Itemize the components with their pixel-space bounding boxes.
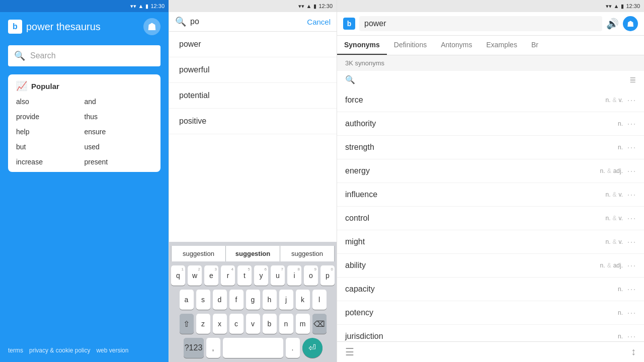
result-item-strength[interactable]: strength n. ⋯ [337, 136, 644, 159]
key-row-2: a s d f g h j k l [171, 290, 335, 310]
tab-br[interactable]: Br [524, 36, 545, 55]
result-item-ability[interactable]: ability n. & adj. ⋯ [337, 254, 644, 278]
user-avatar-results[interactable]: ☗ [623, 16, 638, 31]
terms-link[interactable]: terms [8, 347, 23, 354]
key-w[interactable]: 2w [188, 265, 202, 286]
key-num-toggle[interactable]: ?123 [184, 338, 204, 358]
key-comma[interactable]: , [206, 338, 220, 358]
popular-word-help[interactable]: help [16, 128, 85, 136]
key-shift[interactable]: ⇧ [180, 314, 194, 334]
key-x[interactable]: x [213, 314, 227, 334]
web-version-link[interactable]: web version [96, 347, 128, 354]
result-tags-capacity: n. [618, 286, 623, 293]
key-q[interactable]: 1q [171, 265, 185, 286]
result-more-capacity[interactable]: ⋯ [627, 284, 636, 295]
tab-examples[interactable]: Examples [479, 36, 524, 55]
popular-word-used[interactable]: used [85, 143, 153, 151]
tab-synonyms[interactable]: Synonyms [337, 36, 387, 55]
keyboard-suggestion-3[interactable]: suggestion [280, 246, 335, 261]
key-v[interactable]: v [246, 314, 260, 334]
status-bar-results: ▾▾ ▲ ▮ 12:30 [337, 0, 644, 12]
results-search-input[interactable] [359, 16, 602, 31]
key-n[interactable]: n [279, 314, 293, 334]
result-more-strength[interactable]: ⋯ [627, 142, 636, 153]
result-more-energy[interactable]: ⋯ [627, 165, 636, 176]
filter-search-icon[interactable]: 🔍 [345, 75, 355, 84]
result-more-influence[interactable]: ⋯ [627, 189, 636, 200]
user-avatar-button[interactable]: ☗ [143, 18, 160, 35]
key-j[interactable]: j [279, 290, 293, 310]
result-item-energy[interactable]: energy n. & adj. ⋯ [337, 159, 644, 183]
result-more-control[interactable]: ⋯ [627, 213, 636, 224]
key-k[interactable]: k [296, 290, 310, 310]
search-bar-home[interactable]: 🔍 Search [8, 45, 160, 66]
account-icon: ☗ [147, 21, 156, 33]
popular-word-also[interactable]: also [16, 98, 85, 106]
sort-icon[interactable]: ↕ [631, 346, 636, 358]
cancel-button[interactable]: Cancel [307, 18, 331, 26]
key-space[interactable] [223, 338, 283, 358]
result-more-ability[interactable]: ⋯ [627, 260, 636, 271]
search-icon-active: 🔍 [175, 16, 186, 27]
key-backspace[interactable]: ⌫ [312, 314, 327, 334]
result-item-influence[interactable]: influence n. & v. ⋯ [337, 183, 644, 207]
popular-word-and[interactable]: and [85, 98, 153, 106]
key-e[interactable]: 3e [204, 265, 218, 286]
result-item-force[interactable]: force n. & v. ⋯ [337, 88, 644, 112]
result-item-potency[interactable]: potency n. ⋯ [337, 301, 644, 325]
key-f[interactable]: f [229, 290, 244, 310]
suggestion-item-power[interactable]: power [169, 32, 337, 57]
popular-grid: also and provide thus help ensure but us… [16, 98, 152, 166]
key-d[interactable]: d [213, 290, 227, 310]
result-item-jurisdiction[interactable]: jurisdiction n. ⋯ [337, 325, 644, 341]
suggestion-item-potential[interactable]: potential [169, 83, 337, 109]
tab-antonyms[interactable]: Antonyms [434, 36, 479, 55]
suggestion-item-positive[interactable]: positive [169, 109, 337, 134]
result-more-jurisdiction[interactable]: ⋯ [627, 331, 636, 341]
popular-word-present[interactable]: present [85, 158, 153, 166]
popular-word-ensure[interactable]: ensure [85, 128, 153, 136]
key-period[interactable]: . [286, 338, 300, 358]
result-more-force[interactable]: ⋯ [627, 95, 636, 106]
result-item-capacity[interactable]: capacity n. ⋯ [337, 278, 644, 301]
key-i[interactable]: 8i [287, 265, 301, 286]
filter-bottom-icon[interactable]: ☰ [345, 346, 354, 358]
speaker-button[interactable]: 🔊 [606, 18, 619, 30]
key-s[interactable]: s [196, 290, 210, 310]
key-c[interactable]: c [229, 314, 244, 334]
popular-word-thus[interactable]: thus [85, 113, 153, 121]
result-more-might[interactable]: ⋯ [627, 236, 636, 247]
result-item-authority[interactable]: authority n. ⋯ [337, 112, 644, 136]
key-h[interactable]: h [263, 290, 277, 310]
result-item-might[interactable]: might n. & v. ⋯ [337, 230, 644, 254]
key-z[interactable]: z [196, 314, 210, 334]
battery-icon: ▮ [145, 3, 148, 10]
result-tags-ability: n. & adj. [600, 262, 623, 269]
privacy-link[interactable]: privacy & cookie policy [29, 347, 90, 354]
result-more-authority[interactable]: ⋯ [627, 118, 636, 129]
tab-definitions[interactable]: Definitions [387, 36, 434, 55]
key-g[interactable]: g [246, 290, 260, 310]
filter-icon[interactable]: ≣ [629, 75, 636, 84]
key-a[interactable]: a [180, 290, 194, 310]
result-item-control[interactable]: control n. & v. ⋯ [337, 207, 644, 230]
suggestion-item-powerful[interactable]: powerful [169, 57, 337, 83]
keyboard-suggestion-2[interactable]: suggestion [226, 246, 280, 261]
popular-word-provide[interactable]: provide [16, 113, 85, 121]
key-u[interactable]: 7u [271, 265, 285, 286]
popular-word-but[interactable]: but [16, 143, 85, 151]
key-o[interactable]: 9o [304, 265, 318, 286]
key-l[interactable]: l [312, 290, 327, 310]
speaker-icon: 🔊 [606, 18, 619, 29]
key-t[interactable]: 5t [237, 265, 252, 286]
key-b[interactable]: b [263, 314, 277, 334]
key-y[interactable]: 6y [254, 265, 268, 286]
search-input[interactable] [190, 17, 303, 26]
popular-word-increase[interactable]: increase [16, 158, 85, 166]
result-more-potency[interactable]: ⋯ [627, 307, 636, 318]
keyboard-suggestion-1[interactable]: suggestion [171, 246, 226, 261]
key-p[interactable]: 0p [320, 265, 335, 286]
key-enter[interactable]: ⏎ [302, 338, 323, 358]
key-r[interactable]: 4r [221, 265, 235, 286]
key-m[interactable]: m [296, 314, 310, 334]
